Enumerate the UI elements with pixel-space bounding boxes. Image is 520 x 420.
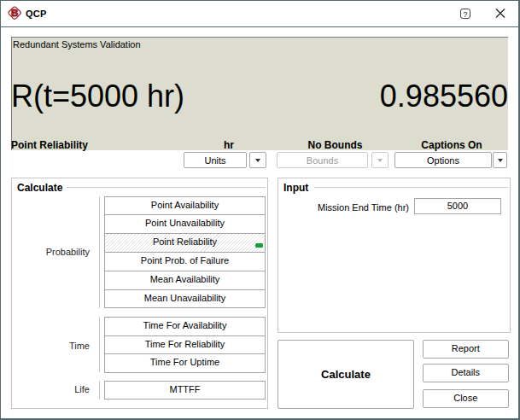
svg-text:B: B [11,8,18,18]
